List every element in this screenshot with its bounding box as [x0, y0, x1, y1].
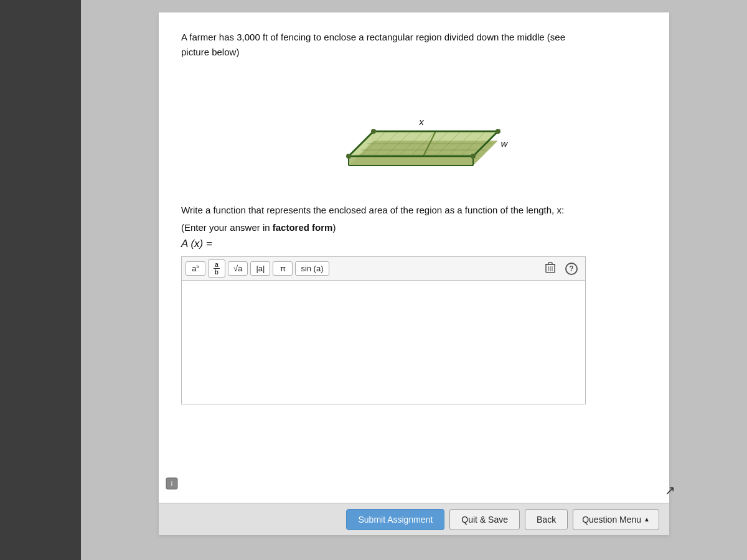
- diagram-container: x w: [181, 66, 647, 190]
- question-text-line1: A farmer has 3,000 ft of fencing to encl…: [181, 30, 647, 60]
- small-icon: i: [165, 477, 179, 493]
- back-button[interactable]: Back: [525, 509, 568, 530]
- superscript-button[interactable]: ab: [186, 261, 205, 276]
- math-toolbar: ab a b √a |a| π sin (a): [181, 256, 586, 280]
- x-label: x: [418, 116, 424, 127]
- question-menu-button[interactable]: Question Menu ▲: [573, 509, 659, 530]
- fraction-button[interactable]: a b: [208, 259, 225, 278]
- sqrt-button[interactable]: √a: [228, 261, 248, 276]
- svg-text:i: i: [171, 480, 172, 487]
- page-wrapper: A farmer has 3,000 ft of fencing to encl…: [0, 0, 747, 560]
- help-button[interactable]: ?: [561, 261, 581, 276]
- svg-point-25: [346, 154, 351, 159]
- sub-text-1: Write a function that represents the enc…: [181, 203, 647, 218]
- left-sidebar: [0, 0, 81, 560]
- math-input-field[interactable]: [181, 280, 586, 404]
- sub-text-2: (Enter your answer in factored form): [181, 220, 647, 235]
- submit-assignment-button[interactable]: Submit Assignment: [346, 509, 444, 530]
- bottom-left-icon: i: [165, 477, 179, 490]
- question-card: A farmer has 3,000 ft of fencing to encl…: [159, 12, 669, 535]
- abs-button[interactable]: |a|: [250, 261, 270, 276]
- trash-icon: [545, 262, 555, 273]
- fencing-diagram: x w: [314, 66, 514, 190]
- sin-button[interactable]: sin (a): [295, 261, 329, 276]
- function-label: A (x) =: [181, 238, 647, 250]
- bottom-buttons-bar: Submit Assignment Quit & Save Back Quest…: [159, 503, 669, 535]
- pi-button[interactable]: π: [273, 261, 293, 276]
- svg-point-24: [496, 129, 500, 134]
- cursor-indicator: ↗: [665, 483, 675, 498]
- svg-point-26: [471, 154, 476, 159]
- trash-button[interactable]: [542, 261, 559, 277]
- main-content: A farmer has 3,000 ft of fencing to encl…: [81, 0, 747, 560]
- chevron-up-icon: ▲: [644, 516, 650, 523]
- quit-save-button[interactable]: Quit & Save: [449, 509, 520, 530]
- help-icon: ?: [565, 263, 578, 275]
- svg-point-23: [371, 129, 376, 134]
- w-label: w: [501, 138, 509, 149]
